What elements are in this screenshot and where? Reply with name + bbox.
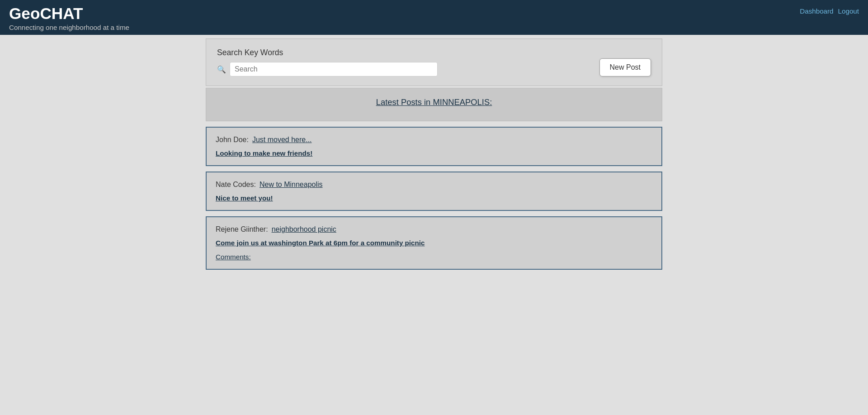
search-left: Search Key Words 🔍 xyxy=(217,48,438,76)
logout-link[interactable]: Logout xyxy=(838,7,859,15)
main-content: Search Key Words 🔍 New Post Latest Posts… xyxy=(206,35,662,281)
post-card-2: Nate Codes: New to Minneapolis Nice to m… xyxy=(206,172,662,211)
post-comments-label-3: Comments: xyxy=(216,253,652,261)
app-title: GeoCHAT xyxy=(9,5,129,23)
post-title-link-3[interactable]: neighborhood picnic xyxy=(272,225,336,234)
latest-posts-header: Latest Posts in MINNEAPOLIS: xyxy=(206,88,662,121)
post-title-link-2[interactable]: New to Minneapolis xyxy=(259,181,323,189)
search-input-row: 🔍 xyxy=(217,62,438,76)
post-author-1: John Doe: xyxy=(216,136,249,144)
dashboard-link[interactable]: Dashboard xyxy=(800,7,833,15)
header-nav: Dashboard Logout xyxy=(800,7,859,15)
spacer-3 xyxy=(206,213,662,216)
search-input[interactable] xyxy=(230,62,438,76)
new-post-button[interactable]: New Post xyxy=(599,58,651,76)
post-header-row-3: Rejene Giinther: neighborhood picnic xyxy=(216,225,652,234)
post-body-link-1[interactable]: Looking to make new friends! xyxy=(216,149,652,157)
latest-posts-title: Latest Posts in MINNEAPOLIS: xyxy=(376,97,492,107)
post-card-3: Rejene Giinther: neighborhood picnic Com… xyxy=(206,216,662,270)
search-section: Search Key Words 🔍 New Post xyxy=(206,38,662,86)
app-header: GeoCHAT Connecting one neighborhood at a… xyxy=(0,0,868,35)
spacer-2 xyxy=(206,168,662,172)
post-author-2: Nate Codes: xyxy=(216,181,256,189)
app-subtitle: Connecting one neighborhood at a time xyxy=(9,24,129,31)
search-label: Search Key Words xyxy=(217,48,438,57)
post-body-link-3[interactable]: Come join us at washington Park at 6pm f… xyxy=(216,239,652,247)
post-card-1: John Doe: Just moved here... Looking to … xyxy=(206,127,662,166)
search-icon: 🔍 xyxy=(217,65,226,74)
post-author-3: Rejene Giinther: xyxy=(216,225,268,234)
post-body-link-2[interactable]: Nice to meet you! xyxy=(216,194,652,202)
spacer-1 xyxy=(206,123,662,127)
header-branding: GeoCHAT Connecting one neighborhood at a… xyxy=(9,5,129,31)
post-header-row-1: John Doe: Just moved here... xyxy=(216,136,652,144)
post-header-row-2: Nate Codes: New to Minneapolis xyxy=(216,181,652,189)
post-title-link-1[interactable]: Just moved here... xyxy=(252,136,312,144)
